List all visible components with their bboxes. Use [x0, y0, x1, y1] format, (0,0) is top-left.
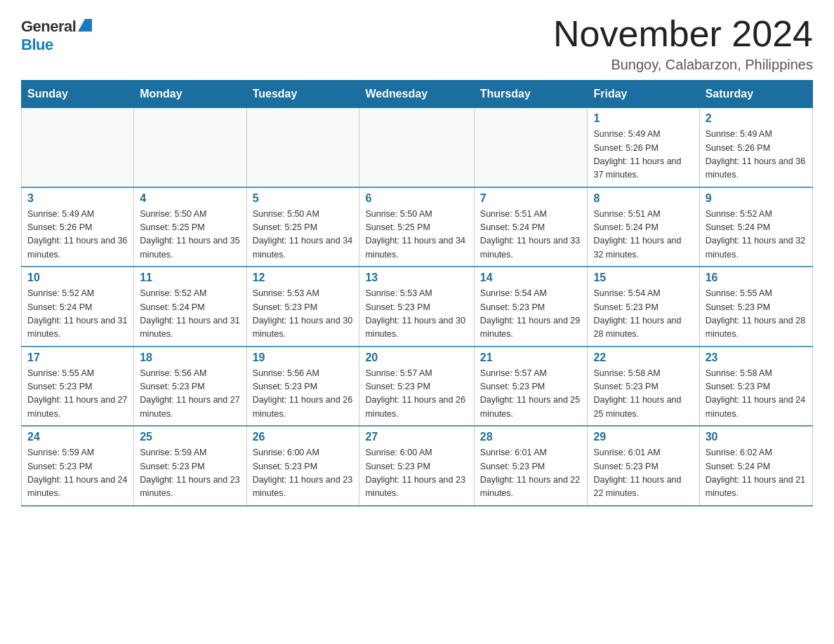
table-row: 5Sunrise: 5:50 AM Sunset: 5:25 PM Daylig… [246, 187, 359, 267]
day-info: Sunrise: 5:52 AM Sunset: 5:24 PM Dayligh… [27, 287, 128, 342]
header-saturday: Saturday [699, 81, 812, 108]
day-number: 26 [253, 431, 354, 443]
table-row: 17Sunrise: 5:55 AM Sunset: 5:23 PM Dayli… [22, 347, 134, 427]
table-row [134, 108, 246, 187]
day-info: Sunrise: 5:51 AM Sunset: 5:24 PM Dayligh… [593, 208, 693, 262]
header-friday: Friday [588, 81, 699, 108]
day-info: Sunrise: 5:54 AM Sunset: 5:23 PM Dayligh… [480, 287, 582, 342]
day-number: 29 [593, 431, 693, 443]
day-info: Sunrise: 5:50 AM Sunset: 5:25 PM Dayligh… [253, 208, 354, 262]
page-header: General Blue November 2024 Bungoy, Calab… [21, 14, 813, 73]
logo-triangle-icon [78, 19, 92, 32]
table-row [359, 108, 474, 187]
day-info: Sunrise: 5:57 AM Sunset: 5:23 PM Dayligh… [365, 367, 468, 422]
day-number: 5 [253, 192, 354, 205]
table-row: 6Sunrise: 5:50 AM Sunset: 5:25 PM Daylig… [359, 187, 474, 267]
calendar-header-row: Sunday Monday Tuesday Wednesday Thursday… [22, 81, 813, 108]
day-info: Sunrise: 5:51 AM Sunset: 5:24 PM Dayligh… [480, 208, 582, 262]
table-row: 7Sunrise: 5:51 AM Sunset: 5:24 PM Daylig… [474, 187, 588, 267]
day-info: Sunrise: 5:55 AM Sunset: 5:23 PM Dayligh… [27, 367, 128, 422]
day-number: 21 [480, 351, 582, 364]
header-tuesday: Tuesday [246, 81, 359, 108]
day-info: Sunrise: 5:49 AM Sunset: 5:26 PM Dayligh… [27, 208, 128, 262]
day-number: 8 [593, 192, 693, 205]
table-row: 27Sunrise: 6:00 AM Sunset: 5:23 PM Dayli… [359, 426, 474, 506]
table-row: 21Sunrise: 5:57 AM Sunset: 5:23 PM Dayli… [474, 347, 588, 427]
header-sunday: Sunday [22, 81, 134, 108]
table-row: 10Sunrise: 5:52 AM Sunset: 5:24 PM Dayli… [22, 267, 134, 347]
table-row: 2Sunrise: 5:49 AM Sunset: 5:26 PM Daylig… [699, 108, 812, 187]
calendar-table: Sunday Monday Tuesday Wednesday Thursday… [21, 80, 813, 507]
table-row: 12Sunrise: 5:53 AM Sunset: 5:23 PM Dayli… [246, 267, 359, 347]
table-row: 18Sunrise: 5:56 AM Sunset: 5:23 PM Dayli… [134, 347, 246, 427]
day-number: 3 [27, 192, 128, 205]
day-info: Sunrise: 5:50 AM Sunset: 5:25 PM Dayligh… [365, 208, 468, 262]
day-number: 17 [27, 351, 128, 364]
day-number: 23 [706, 351, 807, 364]
day-number: 13 [365, 271, 468, 284]
calendar-week-row: 10Sunrise: 5:52 AM Sunset: 5:24 PM Dayli… [22, 267, 813, 347]
table-row: 15Sunrise: 5:54 AM Sunset: 5:23 PM Dayli… [588, 267, 699, 347]
day-info: Sunrise: 5:53 AM Sunset: 5:23 PM Dayligh… [253, 287, 354, 342]
day-info: Sunrise: 5:56 AM Sunset: 5:23 PM Dayligh… [140, 367, 240, 422]
table-row: 23Sunrise: 5:58 AM Sunset: 5:23 PM Dayli… [699, 347, 812, 427]
table-row: 4Sunrise: 5:50 AM Sunset: 5:25 PM Daylig… [134, 187, 246, 267]
day-number: 25 [140, 431, 240, 443]
table-row: 19Sunrise: 5:56 AM Sunset: 5:23 PM Dayli… [246, 347, 359, 427]
day-info: Sunrise: 5:59 AM Sunset: 5:23 PM Dayligh… [140, 446, 240, 501]
table-row [246, 108, 359, 187]
month-title: November 2024 [553, 14, 813, 54]
day-info: Sunrise: 5:49 AM Sunset: 5:26 PM Dayligh… [706, 128, 807, 182]
logo-blue-text: Blue [21, 36, 53, 54]
table-row: 3Sunrise: 5:49 AM Sunset: 5:26 PM Daylig… [22, 187, 134, 267]
table-row: 30Sunrise: 6:02 AM Sunset: 5:24 PM Dayli… [699, 426, 812, 506]
table-row: 24Sunrise: 5:59 AM Sunset: 5:23 PM Dayli… [22, 426, 134, 506]
table-row: 1Sunrise: 5:49 AM Sunset: 5:26 PM Daylig… [588, 108, 699, 187]
logo: General Blue [21, 18, 92, 54]
header-thursday: Thursday [474, 81, 588, 108]
day-info: Sunrise: 5:53 AM Sunset: 5:23 PM Dayligh… [365, 287, 468, 342]
calendar-week-row: 3Sunrise: 5:49 AM Sunset: 5:26 PM Daylig… [22, 187, 813, 267]
day-number: 18 [140, 351, 240, 364]
day-number: 27 [365, 431, 468, 443]
day-number: 1 [593, 112, 693, 125]
day-number: 16 [706, 271, 807, 284]
day-number: 14 [480, 271, 582, 284]
day-info: Sunrise: 6:00 AM Sunset: 5:23 PM Dayligh… [365, 446, 468, 501]
day-number: 30 [706, 431, 807, 443]
day-number: 20 [365, 351, 468, 364]
day-info: Sunrise: 5:52 AM Sunset: 5:24 PM Dayligh… [706, 208, 807, 262]
table-row: 28Sunrise: 6:01 AM Sunset: 5:23 PM Dayli… [474, 426, 588, 506]
day-info: Sunrise: 5:56 AM Sunset: 5:23 PM Dayligh… [253, 367, 354, 422]
header-wednesday: Wednesday [359, 81, 474, 108]
day-number: 19 [253, 351, 354, 364]
day-number: 10 [27, 271, 128, 284]
day-number: 12 [253, 271, 354, 284]
table-row [474, 108, 588, 187]
day-number: 4 [140, 192, 240, 205]
day-number: 22 [593, 351, 693, 364]
table-row: 8Sunrise: 5:51 AM Sunset: 5:24 PM Daylig… [588, 187, 699, 267]
header-monday: Monday [134, 81, 246, 108]
day-number: 28 [480, 431, 582, 443]
day-info: Sunrise: 5:58 AM Sunset: 5:23 PM Dayligh… [706, 367, 807, 422]
table-row: 9Sunrise: 5:52 AM Sunset: 5:24 PM Daylig… [699, 187, 812, 267]
day-info: Sunrise: 5:50 AM Sunset: 5:25 PM Dayligh… [140, 208, 240, 262]
day-info: Sunrise: 6:00 AM Sunset: 5:23 PM Dayligh… [253, 446, 354, 501]
table-row [22, 108, 134, 187]
table-row: 13Sunrise: 5:53 AM Sunset: 5:23 PM Dayli… [359, 267, 474, 347]
day-number: 11 [140, 271, 240, 284]
day-info: Sunrise: 6:01 AM Sunset: 5:23 PM Dayligh… [593, 446, 693, 501]
calendar-week-row: 24Sunrise: 5:59 AM Sunset: 5:23 PM Dayli… [22, 426, 813, 506]
day-info: Sunrise: 6:02 AM Sunset: 5:24 PM Dayligh… [706, 446, 807, 501]
day-info: Sunrise: 5:52 AM Sunset: 5:24 PM Dayligh… [140, 287, 240, 342]
day-info: Sunrise: 5:58 AM Sunset: 5:23 PM Dayligh… [593, 367, 693, 422]
calendar-week-row: 17Sunrise: 5:55 AM Sunset: 5:23 PM Dayli… [22, 347, 813, 427]
day-number: 2 [706, 112, 807, 125]
day-number: 24 [27, 431, 128, 443]
table-row: 29Sunrise: 6:01 AM Sunset: 5:23 PM Dayli… [588, 426, 699, 506]
day-number: 15 [593, 271, 693, 284]
day-info: Sunrise: 5:55 AM Sunset: 5:23 PM Dayligh… [706, 287, 807, 342]
day-info: Sunrise: 5:57 AM Sunset: 5:23 PM Dayligh… [480, 367, 582, 422]
day-number: 9 [706, 192, 807, 205]
